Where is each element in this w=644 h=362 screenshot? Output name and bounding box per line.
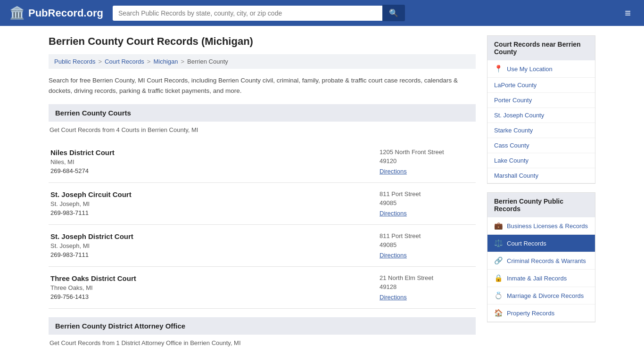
court-phone: 269-684-5274 xyxy=(50,167,115,174)
court-right: 811 Port Street 49085 Directions xyxy=(380,232,474,259)
logo-text: PubRecord.org xyxy=(28,7,103,19)
sidebar-record-icon: 🔒 xyxy=(494,274,503,282)
court-address: 1205 North Front Street xyxy=(380,148,474,156)
court-city: St. Joseph, MI xyxy=(50,242,133,249)
main-wrapper: Berrien County Court Records (Michigan) … xyxy=(39,26,605,362)
logo[interactable]: 🏛️ PubRecord.org xyxy=(9,6,103,20)
breadcrumb: Public Records > Court Records > Michiga… xyxy=(49,54,476,69)
sidebar-nearby-county[interactable]: Starke County xyxy=(487,123,595,138)
sidebar-nearby-county[interactable]: Marshall County xyxy=(487,168,595,183)
public-records-section: Berrien County Public Records 💼 Business… xyxy=(487,192,595,322)
court-name: St. Joseph Circuit Court xyxy=(50,190,132,198)
sidebar-record-icon: 💍 xyxy=(494,291,503,300)
court-city: St. Joseph, MI xyxy=(50,200,132,207)
content: Berrien County Court Records (Michigan) … xyxy=(49,35,476,354)
sidebar-record-label: Inmate & Jail Records xyxy=(507,275,567,282)
court-right: 811 Port Street 49085 Directions xyxy=(380,190,474,217)
court-phone: 269-983-7111 xyxy=(50,209,132,216)
sidebar-public-record-item[interactable]: 🏠 Property Records xyxy=(487,304,595,322)
search-button[interactable]: 🔍 xyxy=(382,5,405,21)
search-input[interactable] xyxy=(113,6,382,21)
public-records-list: 💼 Business Licenses & Records ⚖️ Court R… xyxy=(487,217,595,322)
court-entry: Three Oaks District Court Three Oaks, MI… xyxy=(49,267,476,309)
page-title: Berrien County Court Records (Michigan) xyxy=(49,35,476,48)
court-address: 21 North Elm Street xyxy=(380,274,474,281)
sidebar-public-record-item[interactable]: 💼 Business Licenses & Records xyxy=(487,217,595,235)
sidebar-record-label: Marriage & Divorce Records xyxy=(507,292,584,299)
courts-section-desc: Get Court Records from 4 Courts in Berri… xyxy=(49,126,476,133)
sidebar-nearby-county[interactable]: St. Joseph County xyxy=(487,108,595,123)
breadcrumb-michigan[interactable]: Michigan xyxy=(153,58,178,65)
sidebar-record-icon: 🔗 xyxy=(494,256,503,265)
court-phone: 269-983-7111 xyxy=(50,251,133,258)
sidebar-public-record-item[interactable]: ⚖️ Court Records xyxy=(487,235,595,252)
nearby-section: Court Records near Berrien County 📍 Use … xyxy=(487,35,595,184)
use-location-item[interactable]: 📍 Use My Location xyxy=(487,60,595,78)
court-city: Three Oaks, MI xyxy=(50,284,136,291)
search-bar: 🔍 xyxy=(113,5,405,21)
nearby-header: Court Records near Berrien County xyxy=(487,36,595,60)
sidebar: Court Records near Berrien County 📍 Use … xyxy=(487,35,595,354)
breadcrumb-court-records[interactable]: Court Records xyxy=(105,58,144,65)
breadcrumb-sep-2: > xyxy=(147,58,151,65)
use-location-label: Use My Location xyxy=(507,66,553,73)
header: 🏛️ PubRecord.org 🔍 ≡ xyxy=(0,0,644,26)
da-section: Berrien County District Attorney Office … xyxy=(49,317,476,346)
nearby-counties: LaPorte CountyPorter CountySt. Joseph Co… xyxy=(487,78,595,183)
logo-icon: 🏛️ xyxy=(9,6,25,20)
court-address: 811 Port Street xyxy=(380,190,474,197)
court-left: Three Oaks District Court Three Oaks, MI… xyxy=(50,274,136,301)
court-phone: 269-756-1413 xyxy=(50,293,136,300)
sidebar-record-icon: 🏠 xyxy=(494,309,503,317)
sidebar-record-icon: ⚖️ xyxy=(494,239,503,247)
sidebar-nearby-county[interactable]: Porter County xyxy=(487,93,595,108)
sidebar-public-record-item[interactable]: 🔗 Criminal Records & Warrants xyxy=(487,252,595,270)
directions-link[interactable]: Directions xyxy=(380,168,407,175)
court-address: 811 Port Street xyxy=(380,232,474,239)
da-section-header: Berrien County District Attorney Office xyxy=(49,317,476,335)
court-zip: 49120 xyxy=(380,157,474,165)
court-city: Niles, MI xyxy=(50,158,115,165)
directions-link[interactable]: Directions xyxy=(380,252,407,259)
sidebar-public-record-item[interactable]: 🔒 Inmate & Jail Records xyxy=(487,270,595,287)
da-section-desc: Get Court Records from 1 District Attorn… xyxy=(49,339,476,346)
sidebar-record-icon: 💼 xyxy=(494,222,503,230)
breadcrumb-berrien-county: Berrien County xyxy=(187,58,228,65)
court-left: Niles District Court Niles, MI 269-684-5… xyxy=(50,148,115,175)
sidebar-public-record-item[interactable]: 💍 Marriage & Divorce Records xyxy=(487,287,595,304)
court-right: 1205 North Front Street 49120 Directions xyxy=(380,148,474,175)
court-zip: 49085 xyxy=(380,199,474,206)
court-entry: St. Joseph Circuit Court St. Joseph, MI … xyxy=(49,183,476,225)
public-records-header: Berrien County Public Records xyxy=(487,193,595,217)
directions-link[interactable]: Directions xyxy=(380,294,407,301)
sidebar-record-label: Business Licenses & Records xyxy=(507,222,588,230)
court-name: Three Oaks District Court xyxy=(50,274,136,282)
court-zip: 49128 xyxy=(380,283,474,290)
court-name: St. Joseph District Court xyxy=(50,232,133,240)
sidebar-nearby-county[interactable]: Lake County xyxy=(487,153,595,168)
court-left: St. Joseph Circuit Court St. Joseph, MI … xyxy=(50,190,132,217)
sidebar-record-label: Property Records xyxy=(507,310,554,317)
court-right: 21 North Elm Street 49128 Directions xyxy=(380,274,474,301)
court-name: Niles District Court xyxy=(50,148,115,156)
courts-list: Niles District Court Niles, MI 269-684-5… xyxy=(49,141,476,309)
court-entry: Niles District Court Niles, MI 269-684-5… xyxy=(49,141,476,183)
courts-section-header: Berrien County Courts xyxy=(49,104,476,122)
breadcrumb-sep-1: > xyxy=(98,58,102,65)
court-entry: St. Joseph District Court St. Joseph, MI… xyxy=(49,225,476,267)
court-left: St. Joseph District Court St. Joseph, MI… xyxy=(50,232,133,259)
court-zip: 49085 xyxy=(380,241,474,248)
directions-link[interactable]: Directions xyxy=(380,210,407,217)
location-icon: 📍 xyxy=(494,65,503,73)
sidebar-record-label: Court Records xyxy=(507,240,546,247)
breadcrumb-public-records[interactable]: Public Records xyxy=(54,58,95,65)
menu-button[interactable]: ≡ xyxy=(621,5,635,21)
search-icon: 🔍 xyxy=(389,9,398,17)
sidebar-nearby-county[interactable]: LaPorte County xyxy=(487,78,595,93)
sidebar-nearby-county[interactable]: Cass County xyxy=(487,138,595,153)
breadcrumb-sep-3: > xyxy=(181,58,184,65)
menu-icon: ≡ xyxy=(625,7,631,19)
sidebar-record-label: Criminal Records & Warrants xyxy=(507,257,586,264)
page-description: Search for free Berrien County, MI Court… xyxy=(49,75,476,96)
